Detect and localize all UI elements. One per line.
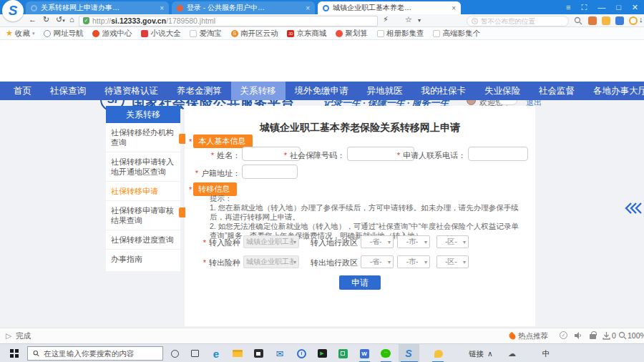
zoom-level[interactable]: 100% (628, 331, 644, 340)
nav-item-social-card[interactable]: 我的社保卡 (412, 82, 476, 100)
bookmark-item[interactable]: 网址导航 (44, 29, 83, 39)
zoom-magnifier-icon[interactable] (618, 331, 627, 340)
apply-button[interactable]: 申请 (339, 275, 381, 290)
nav-item-qualification[interactable]: 待遇资格认证 (95, 82, 167, 100)
browser-tab-1[interactable]: 关系转移网上申请办事… × (26, 1, 169, 14)
close-tab-icon[interactable]: × (450, 4, 456, 12)
out-city-select[interactable]: -市-▾ (397, 255, 430, 268)
hot-recommend-button[interactable]: 热点推荐 (509, 331, 548, 341)
cortana-icon[interactable] (169, 348, 180, 359)
minimize-button[interactable]: — (597, 3, 605, 11)
speed-mode-icon[interactable]: ⚡ (383, 15, 389, 24)
bookmarks-bar: ★ 收藏 ▾ 网址导航 游戏中心 小说大全 爱淘宝 S南开区云动 JD京东商城 … (0, 27, 644, 40)
url-field[interactable]: ✓ http://si.12333.gov.cn/1789580.jhtml (79, 16, 378, 26)
in-province-select[interactable]: -省-▾ (361, 235, 394, 248)
nav-item-unemployment[interactable]: 失业保险 (475, 82, 530, 100)
skin-icon[interactable]: ⛶ (581, 3, 587, 12)
out-insurance-select[interactable]: 城镇企业职工基本养老保险 ▾ (243, 255, 299, 268)
nav-item-supervision[interactable]: 社会监督 (530, 82, 584, 100)
extension-calendar-icon[interactable] (615, 16, 624, 25)
collapse-panel-icon[interactable] (624, 201, 643, 215)
pinyin-app-icon[interactable] (433, 348, 444, 359)
star-dropdown-icon[interactable]: ▾ (418, 17, 421, 24)
nav-item-remote-medical[interactable]: 异地就医 (358, 82, 412, 100)
home-icon[interactable]: ⌂ (69, 15, 74, 24)
store-icon[interactable] (253, 348, 264, 359)
browser-search-input[interactable] (481, 17, 564, 25)
close-tab-icon[interactable]: × (158, 4, 164, 12)
maximize-button[interactable]: □ (616, 3, 621, 11)
site-safety-shield-icon[interactable]: ✓ (83, 17, 89, 24)
docs-app-icon[interactable] (337, 348, 348, 359)
download-icon[interactable] (602, 331, 610, 340)
bookmark-item[interactable]: 小说大全 (141, 29, 180, 39)
mail-icon[interactable]: ✉ (274, 348, 286, 359)
extension-circle-icon[interactable] (629, 16, 638, 25)
wechat-icon[interactable]: ·· (380, 348, 391, 359)
sogou-browser-logo-icon[interactable]: S (2, 0, 24, 21)
cloud-icon[interactable]: ☁ (508, 344, 516, 362)
bookmark-item[interactable]: 高端影集个 (433, 29, 480, 39)
close-tab-icon[interactable]: × (304, 4, 310, 12)
out-province-select[interactable]: -省-▾ (361, 255, 394, 268)
bookmark-item[interactable]: 游戏中心 (92, 29, 132, 39)
start-button[interactable] (10, 349, 19, 358)
bookmark-item[interactable]: 相册影集查 (377, 29, 424, 39)
tray-label[interactable]: 链接 (469, 344, 484, 362)
browser-tab-3-active[interactable]: 城镇企业职工基本养老… × (318, 1, 461, 14)
sidebar-item-open-region-query[interactable]: 社保转移申请转入地开通地区查询 (106, 152, 180, 182)
download-manager-icon[interactable]: ↓ (639, 15, 643, 24)
taskbar-search-box[interactable] (27, 346, 163, 361)
sidebar-item-guide[interactable]: 办事指南 (106, 250, 180, 268)
sidebar-item-transfer-apply[interactable]: 社保转移申请 (106, 182, 180, 201)
refresh-icon[interactable]: ↻ (43, 15, 49, 24)
alarms-icon[interactable] (296, 348, 307, 359)
sogou-browser-taskbar-icon[interactable]: S (403, 348, 414, 359)
nav-item-pension-calc[interactable]: 养老金测算 (167, 82, 231, 100)
nav-item-relation-transfer[interactable]: 关系转移 (231, 82, 286, 100)
back-icon[interactable]: ← (29, 15, 36, 24)
feedback-bubble-icon[interactable] (179, 207, 185, 217)
bookmark-star-icon[interactable]: ☆ (405, 15, 412, 24)
mute-speaker-icon[interactable] (574, 331, 582, 340)
ime-indicator[interactable]: 中 (542, 344, 550, 362)
history-dropdown-icon[interactable]: ↺▾ (56, 15, 65, 24)
file-explorer-icon[interactable] (232, 348, 243, 359)
bookmark-label: 小说大全 (150, 29, 180, 39)
movies-tv-icon[interactable]: ▶ (316, 348, 328, 359)
in-city-select[interactable]: -市-▾ (397, 235, 430, 248)
in-type-label: * 转入险种 (195, 238, 240, 248)
bookmark-item[interactable]: 爱淘宝 (190, 29, 222, 39)
nav-item-overseas-exempt[interactable]: 境外免缴申请 (286, 82, 358, 100)
extension-pen-icon[interactable] (602, 16, 610, 25)
search-magnifier-icon[interactable] (574, 16, 582, 25)
sidebar-item-progress-query[interactable]: 社保转移进度查询 (106, 230, 180, 250)
extension-notebook-icon[interactable] (588, 16, 597, 25)
favorites-menu[interactable]: ★ 收藏 ▾ (6, 29, 34, 39)
nav-item-home[interactable]: 首页 (4, 82, 41, 100)
out-district-select[interactable]: -区-▾ (436, 255, 469, 268)
wps-icon[interactable]: W (358, 348, 370, 359)
menu-icon[interactable]: ≡ (566, 3, 570, 11)
in-insurance-select[interactable]: 城镇企业职工基本养老保险 ▾ (243, 235, 299, 248)
sidebar-item-agency-query[interactable]: 社保转移经办机构查询 (106, 123, 180, 152)
hidden-icons-chevron[interactable]: ∧ (487, 344, 493, 362)
feedback-bubble-icon[interactable] (179, 134, 185, 144)
edge-icon[interactable]: e (210, 348, 222, 359)
page-check-icon[interactable]: ✓ (560, 331, 567, 339)
nav-item-shebao-query[interactable]: 社保查询 (41, 82, 95, 100)
phone-input[interactable] (468, 147, 528, 161)
address-input[interactable] (242, 165, 298, 179)
sidebar-item-audit-result-query[interactable]: 社保转移申请审核结果查询 (106, 201, 180, 230)
close-button[interactable]: ✕ (632, 3, 638, 12)
task-view-icon[interactable] (189, 348, 200, 359)
nav-item-local-halls[interactable]: 各地办事大厅 (584, 82, 644, 100)
browser-tab-2[interactable]: 登录 - 公共服务用户中… × (172, 1, 315, 14)
lock-icon[interactable] (590, 334, 596, 339)
bookmark-item[interactable]: 聚划算 (336, 29, 368, 39)
browser-search-box[interactable]: S (467, 16, 569, 26)
bookmark-item[interactable]: S南开区云动 (231, 29, 278, 39)
in-district-select[interactable]: -区-▾ (436, 235, 469, 248)
taskbar-search-input[interactable] (44, 349, 157, 358)
bookmark-item[interactable]: JD京东商城 (287, 29, 326, 39)
